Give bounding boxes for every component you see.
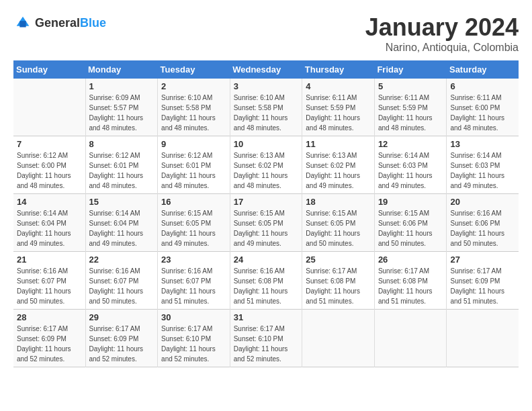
calendar-cell: [302, 310, 375, 367]
calendar-cell: 19Sunrise: 6:15 AM Sunset: 6:06 PM Dayli…: [374, 194, 447, 252]
calendar-cell: 2Sunrise: 6:10 AM Sunset: 5:58 PM Daylig…: [158, 79, 230, 136]
day-number: 19: [378, 197, 443, 207]
day-number: 29: [89, 312, 154, 322]
day-info: Sunrise: 6:10 AM Sunset: 5:58 PM Dayligh…: [161, 93, 226, 133]
calendar-cell: 21Sunrise: 6:16 AM Sunset: 6:07 PM Dayli…: [13, 252, 85, 310]
header-row: SundayMondayTuesdayWednesdayThursdayFrid…: [13, 60, 519, 79]
day-number: 20: [450, 197, 515, 207]
day-number: 16: [161, 197, 226, 207]
day-info: Sunrise: 6:10 AM Sunset: 5:58 PM Dayligh…: [234, 93, 299, 133]
day-number: 12: [378, 139, 443, 149]
calendar-cell: 28Sunrise: 6:17 AM Sunset: 6:09 PM Dayli…: [13, 310, 85, 367]
day-info: Sunrise: 6:17 AM Sunset: 6:10 PM Dayligh…: [161, 324, 226, 364]
day-number: 31: [234, 312, 299, 322]
logo-general: General: [35, 16, 80, 30]
calendar-cell: 25Sunrise: 6:17 AM Sunset: 6:08 PM Dayli…: [302, 252, 375, 310]
day-info: Sunrise: 6:16 AM Sunset: 6:06 PM Dayligh…: [450, 208, 515, 248]
day-number: 22: [89, 255, 154, 265]
header-cell-saturday: Saturday: [447, 60, 519, 79]
day-number: 18: [306, 197, 371, 207]
subtitle: Narino, Antioquia, Colombia: [365, 42, 519, 54]
header-cell-thursday: Thursday: [302, 60, 375, 79]
header-cell-monday: Monday: [85, 60, 158, 79]
day-number: 3: [234, 81, 299, 91]
day-info: Sunrise: 6:16 AM Sunset: 6:08 PM Dayligh…: [234, 266, 299, 306]
day-info: Sunrise: 6:17 AM Sunset: 6:08 PM Dayligh…: [378, 266, 443, 306]
header-cell-wednesday: Wednesday: [230, 60, 302, 79]
calendar-cell: 17Sunrise: 6:15 AM Sunset: 6:05 PM Dayli…: [230, 194, 302, 252]
calendar-cell: 20Sunrise: 6:16 AM Sunset: 6:06 PM Dayli…: [447, 194, 519, 252]
day-info: Sunrise: 6:11 AM Sunset: 6:00 PM Dayligh…: [450, 93, 515, 133]
calendar-header: SundayMondayTuesdayWednesdayThursdayFrid…: [13, 60, 519, 79]
day-info: Sunrise: 6:15 AM Sunset: 6:05 PM Dayligh…: [306, 208, 371, 248]
day-info: Sunrise: 6:09 AM Sunset: 5:57 PM Dayligh…: [89, 93, 154, 133]
calendar-cell: 7Sunrise: 6:12 AM Sunset: 6:00 PM Daylig…: [13, 136, 85, 194]
calendar-cell: 27Sunrise: 6:17 AM Sunset: 6:09 PM Dayli…: [447, 252, 519, 310]
calendar-cell: 26Sunrise: 6:17 AM Sunset: 6:08 PM Dayli…: [374, 252, 447, 310]
day-number: 25: [306, 255, 371, 265]
calendar-cell: 5Sunrise: 6:11 AM Sunset: 5:59 PM Daylig…: [374, 79, 447, 136]
day-number: 27: [450, 255, 515, 265]
main-title: January 2024: [365, 13, 519, 42]
day-info: Sunrise: 6:14 AM Sunset: 6:03 PM Dayligh…: [378, 150, 443, 191]
day-info: Sunrise: 6:13 AM Sunset: 6:02 PM Dayligh…: [234, 150, 299, 191]
day-number: 6: [450, 81, 515, 91]
week-row-5: 28Sunrise: 6:17 AM Sunset: 6:09 PM Dayli…: [13, 310, 519, 367]
day-info: Sunrise: 6:16 AM Sunset: 6:07 PM Dayligh…: [17, 266, 82, 306]
day-info: Sunrise: 6:16 AM Sunset: 6:07 PM Dayligh…: [89, 266, 154, 306]
day-info: Sunrise: 6:14 AM Sunset: 6:04 PM Dayligh…: [17, 208, 82, 248]
title-area: January 2024 Narino, Antioquia, Colombia: [365, 13, 519, 54]
week-row-2: 7Sunrise: 6:12 AM Sunset: 6:00 PM Daylig…: [13, 136, 519, 194]
calendar-cell: 18Sunrise: 6:15 AM Sunset: 6:05 PM Dayli…: [302, 194, 375, 252]
calendar-table: SundayMondayTuesdayWednesdayThursdayFrid…: [13, 60, 519, 367]
calendar-cell: 3Sunrise: 6:10 AM Sunset: 5:58 PM Daylig…: [230, 79, 302, 136]
day-info: Sunrise: 6:15 AM Sunset: 6:05 PM Dayligh…: [161, 208, 226, 248]
day-number: 26: [378, 255, 443, 265]
day-number: 23: [161, 255, 226, 265]
logo-blue: Blue: [80, 16, 106, 30]
day-info: Sunrise: 6:17 AM Sunset: 6:09 PM Dayligh…: [17, 324, 82, 364]
logo: GeneralBlue: [13, 13, 106, 32]
calendar-cell: 16Sunrise: 6:15 AM Sunset: 6:05 PM Dayli…: [158, 194, 230, 252]
day-info: Sunrise: 6:17 AM Sunset: 6:09 PM Dayligh…: [89, 324, 154, 364]
day-info: Sunrise: 6:11 AM Sunset: 5:59 PM Dayligh…: [378, 93, 443, 133]
logo-text: GeneralBlue: [35, 16, 106, 30]
day-info: Sunrise: 6:13 AM Sunset: 6:02 PM Dayligh…: [306, 150, 371, 191]
calendar-cell: 30Sunrise: 6:17 AM Sunset: 6:10 PM Dayli…: [158, 310, 230, 367]
day-info: Sunrise: 6:14 AM Sunset: 6:04 PM Dayligh…: [89, 208, 154, 248]
day-number: 5: [378, 81, 443, 91]
day-info: Sunrise: 6:12 AM Sunset: 6:01 PM Dayligh…: [89, 150, 154, 191]
day-number: 21: [17, 255, 82, 265]
calendar-cell: 29Sunrise: 6:17 AM Sunset: 6:09 PM Dayli…: [85, 310, 158, 367]
calendar-cell: 14Sunrise: 6:14 AM Sunset: 6:04 PM Dayli…: [13, 194, 85, 252]
calendar-cell: [447, 310, 519, 367]
day-number: 15: [89, 197, 154, 207]
day-info: Sunrise: 6:15 AM Sunset: 6:05 PM Dayligh…: [234, 208, 299, 248]
day-number: 28: [17, 312, 82, 322]
logo-icon: [13, 13, 32, 32]
calendar-cell: [374, 310, 447, 367]
day-number: 11: [306, 139, 371, 149]
day-info: Sunrise: 6:11 AM Sunset: 5:59 PM Dayligh…: [306, 93, 371, 133]
day-info: Sunrise: 6:12 AM Sunset: 6:01 PM Dayligh…: [161, 150, 226, 191]
day-number: 14: [17, 197, 82, 207]
day-info: Sunrise: 6:12 AM Sunset: 6:00 PM Dayligh…: [17, 150, 82, 191]
calendar-cell: 11Sunrise: 6:13 AM Sunset: 6:02 PM Dayli…: [302, 136, 375, 194]
day-info: Sunrise: 6:16 AM Sunset: 6:07 PM Dayligh…: [161, 266, 226, 306]
calendar-body: 1Sunrise: 6:09 AM Sunset: 5:57 PM Daylig…: [13, 79, 519, 367]
day-info: Sunrise: 6:17 AM Sunset: 6:10 PM Dayligh…: [234, 324, 299, 364]
header: GeneralBlue January 2024 Narino, Antioqu…: [13, 13, 519, 54]
day-number: 1: [89, 81, 154, 91]
header-cell-sunday: Sunday: [13, 60, 85, 79]
week-row-4: 21Sunrise: 6:16 AM Sunset: 6:07 PM Dayli…: [13, 252, 519, 310]
day-number: 9: [161, 139, 226, 149]
day-number: 24: [234, 255, 299, 265]
calendar-cell: 31Sunrise: 6:17 AM Sunset: 6:10 PM Dayli…: [230, 310, 302, 367]
calendar-cell: 6Sunrise: 6:11 AM Sunset: 6:00 PM Daylig…: [447, 79, 519, 136]
calendar-cell: 1Sunrise: 6:09 AM Sunset: 5:57 PM Daylig…: [85, 79, 158, 136]
week-row-1: 1Sunrise: 6:09 AM Sunset: 5:57 PM Daylig…: [13, 79, 519, 136]
calendar-cell: [13, 79, 85, 136]
calendar-cell: 9Sunrise: 6:12 AM Sunset: 6:01 PM Daylig…: [158, 136, 230, 194]
header-cell-friday: Friday: [374, 60, 447, 79]
day-info: Sunrise: 6:17 AM Sunset: 6:08 PM Dayligh…: [306, 266, 371, 306]
